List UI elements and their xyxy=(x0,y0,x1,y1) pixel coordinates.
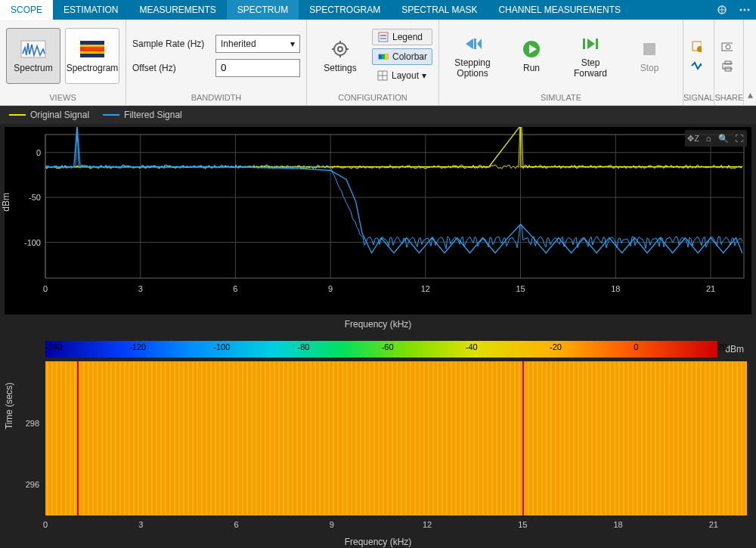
spectrogram-icon xyxy=(79,39,106,60)
tab-spectrogram[interactable]: SPECTROGRAM xyxy=(299,0,391,20)
stepping-label: Stepping Options xyxy=(454,57,490,79)
colorbar-tick: -120 xyxy=(129,342,146,351)
tab-spectrum[interactable]: SPECTRUM xyxy=(227,0,299,20)
spectrum-plot[interactable]: dBm 0-50-100036912151821 ✥Z ⌂ 🔍 ⛶ xyxy=(5,127,751,314)
group-share: SHARE xyxy=(714,20,744,105)
svg-point-11 xyxy=(338,47,342,51)
svg-marker-28 xyxy=(477,39,482,49)
xtick: 18 xyxy=(613,520,622,529)
svg-text:15: 15 xyxy=(516,284,525,293)
tab-measurements[interactable]: MEASUREMENTS xyxy=(129,0,226,20)
legend-label: Legend xyxy=(392,32,423,42)
group-signal: SIGNAL xyxy=(683,20,714,105)
svg-rect-21 xyxy=(382,54,385,59)
tab-channel-measurements[interactable]: CHANNEL MEASUREMENTS xyxy=(488,0,631,20)
ytick: 298 xyxy=(26,419,39,428)
svg-text:0: 0 xyxy=(36,148,41,157)
signal-top-icon[interactable] xyxy=(689,40,702,52)
layout-label: Layout xyxy=(392,70,419,81)
step-back-icon xyxy=(459,33,486,54)
print-icon[interactable] xyxy=(720,60,733,72)
spectrum-ylabel: dBm xyxy=(1,193,11,212)
xtick: 15 xyxy=(518,520,527,529)
colorbar-toggle[interactable]: Colorbar xyxy=(372,48,432,65)
legend-toggle[interactable]: Legend xyxy=(372,29,432,45)
svg-text:12: 12 xyxy=(421,284,430,293)
tab-scope[interactable]: SCOPE xyxy=(0,0,53,20)
svg-text:0: 0 xyxy=(43,284,48,293)
sample-rate-label: Sample Rate (Hz) xyxy=(132,39,211,49)
svg-rect-16 xyxy=(379,33,388,42)
settings-button[interactable]: Settings xyxy=(313,28,367,84)
run-label: Run xyxy=(523,63,540,73)
spectrum-icon xyxy=(20,39,47,60)
tab-spectral-mask[interactable]: SPECTRAL MASK xyxy=(391,0,488,20)
step-forward-button[interactable]: Step Forward xyxy=(563,28,618,84)
stepping-options-button[interactable]: Stepping Options xyxy=(445,28,500,84)
group-views: Spectrum Spectrogram VIEWS xyxy=(0,20,126,105)
xtick: 21 xyxy=(709,520,718,529)
restore-defaults-icon[interactable] xyxy=(711,0,733,20)
svg-rect-27 xyxy=(474,39,476,49)
fit-icon[interactable]: ⛶ xyxy=(732,132,745,145)
offset-input[interactable] xyxy=(215,59,300,77)
spectrogram-plot[interactable]: Time (secs) 296298 036912151821 xyxy=(5,361,751,535)
svg-rect-33 xyxy=(596,39,598,49)
sample-rate-value: Inherited xyxy=(221,39,256,49)
colorbar-icon xyxy=(377,51,389,63)
svg-marker-26 xyxy=(466,39,473,49)
pan-icon[interactable]: ✥Z xyxy=(686,132,700,145)
play-icon xyxy=(518,39,545,60)
more-icon[interactable] xyxy=(733,0,756,20)
signal-bottom-icon[interactable] xyxy=(689,60,702,72)
layout-dropdown[interactable]: Layout ▾ xyxy=(372,68,432,83)
group-configuration: Settings Legend Colorbar Layout ▾ CONFIG… xyxy=(307,20,439,105)
svg-text:6: 6 xyxy=(233,284,237,293)
colorbar: -140-120-100-80-60-40-20020 dBm xyxy=(45,340,751,358)
colorbar-tick: -20 xyxy=(550,342,562,351)
stop-button[interactable]: Stop xyxy=(622,28,677,84)
svg-text:21: 21 xyxy=(706,284,715,293)
svg-point-3 xyxy=(740,9,742,11)
group-share-label: SHARE xyxy=(714,91,743,105)
colorbar-tick: -60 xyxy=(382,342,394,351)
sample-rate-dropdown[interactable]: Inherited ▾ xyxy=(215,35,300,53)
zoom-icon[interactable]: 🔍 xyxy=(717,132,730,145)
svg-text:-50: -50 xyxy=(29,193,41,202)
svg-rect-34 xyxy=(643,43,655,55)
offset-label: Offset (Hz) xyxy=(132,63,211,73)
home-icon[interactable]: ⌂ xyxy=(702,132,715,145)
svg-point-10 xyxy=(334,43,346,55)
legend-label: Original Signal xyxy=(30,110,89,120)
collapse-ribbon-icon[interactable]: ▴ xyxy=(744,20,756,105)
tab-estimation[interactable]: ESTIMATION xyxy=(53,0,129,20)
svg-rect-37 xyxy=(722,43,733,51)
colorbar-tick: -140 xyxy=(45,342,62,351)
svg-point-38 xyxy=(726,45,730,49)
spectrogram-peak-line xyxy=(77,361,79,515)
group-configuration-label: CONFIGURATION xyxy=(307,91,438,105)
spectrogram-view-button[interactable]: Spectrogram xyxy=(65,28,119,84)
ribbon: Spectrum Spectrogram VIEWS Sample Rate (… xyxy=(0,20,756,106)
run-button[interactable]: Run xyxy=(504,28,559,84)
spectrogram-view-label: Spectrogram xyxy=(67,63,119,73)
spectrum-view-label: Spectrum xyxy=(14,63,52,73)
colorbar-tick: 0 xyxy=(634,342,638,351)
snapshot-icon[interactable] xyxy=(720,40,733,52)
group-simulate: Stepping Options Run Step Forward Stop S… xyxy=(439,20,683,105)
colorbar-label: Colorbar xyxy=(392,51,427,62)
legend-item-original: Original Signal xyxy=(9,110,89,120)
svg-text:9: 9 xyxy=(328,284,333,293)
xtick: 9 xyxy=(330,520,334,529)
legend-item-filtered: Filtered Signal xyxy=(103,110,182,120)
stop-icon xyxy=(636,39,663,60)
svg-point-36 xyxy=(697,46,702,52)
group-bandwidth: Sample Rate (Hz) Inherited ▾ Offset (Hz)… xyxy=(126,20,307,105)
ytick: 296 xyxy=(26,480,39,489)
svg-rect-22 xyxy=(385,54,388,59)
svg-text:18: 18 xyxy=(611,284,620,293)
xtick: 3 xyxy=(138,520,143,529)
spectrum-view-button[interactable]: Spectrum xyxy=(6,28,60,84)
svg-text:-100: -100 xyxy=(24,238,41,247)
group-simulate-label: SIMULATE xyxy=(439,91,683,105)
